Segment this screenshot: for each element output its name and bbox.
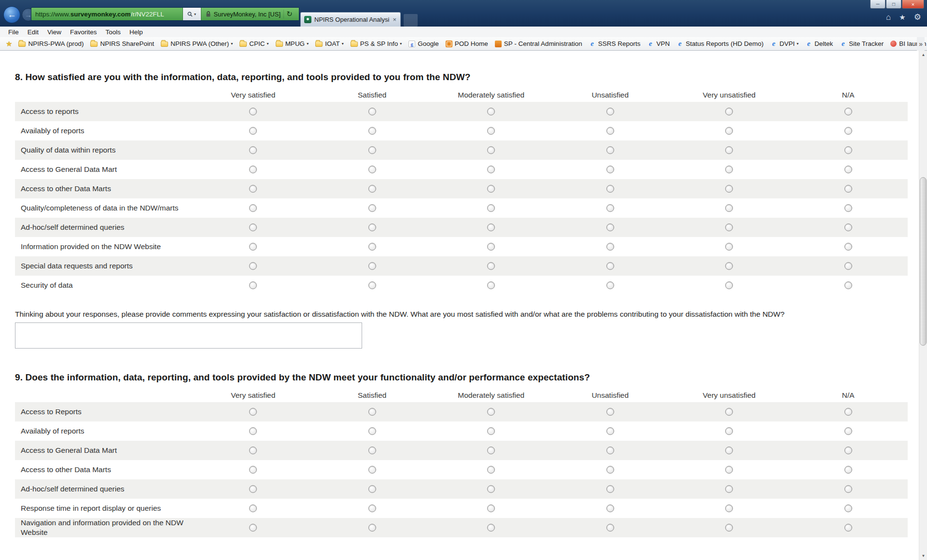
radio-button[interactable] — [725, 108, 733, 115]
menu-edit[interactable]: Edit — [23, 28, 43, 36]
menu-view[interactable]: View — [43, 28, 66, 36]
minimize-button[interactable]: ─ — [870, 0, 885, 9]
scrollbar-thumb[interactable] — [920, 177, 927, 346]
radio-button[interactable] — [368, 281, 376, 289]
radio-button[interactable] — [368, 243, 376, 251]
radio-button[interactable] — [606, 447, 614, 454]
refresh-icon[interactable]: ↻ — [283, 10, 295, 18]
radio-button[interactable] — [844, 185, 852, 193]
radio-button[interactable] — [725, 504, 733, 512]
tab-close-icon[interactable]: × — [392, 16, 397, 23]
radio-button[interactable] — [606, 166, 614, 173]
favorites-item[interactable]: SP - Central Administration — [492, 37, 586, 50]
radio-button[interactable] — [487, 262, 495, 270]
radio-button[interactable] — [487, 166, 495, 173]
radio-button[interactable] — [844, 204, 852, 212]
radio-button[interactable] — [249, 243, 257, 251]
radio-button[interactable] — [606, 504, 614, 512]
maximize-button[interactable]: □ — [886, 0, 901, 9]
radio-button[interactable] — [368, 408, 376, 416]
radio-button[interactable] — [725, 146, 733, 154]
radio-button[interactable] — [725, 524, 733, 532]
home-icon[interactable]: ⌂ — [886, 13, 891, 21]
menu-tools[interactable]: Tools — [101, 28, 126, 36]
radio-button[interactable] — [487, 108, 495, 115]
radio-button[interactable] — [844, 281, 852, 289]
radio-button[interactable] — [487, 427, 495, 435]
radio-button[interactable] — [249, 108, 257, 115]
add-favorite-star-icon[interactable]: ★ — [3, 40, 15, 48]
radio-button[interactable] — [487, 485, 495, 493]
radio-button[interactable] — [368, 524, 376, 532]
radio-button[interactable] — [249, 281, 257, 289]
radio-button[interactable] — [844, 504, 852, 512]
radio-button[interactable] — [368, 146, 376, 154]
radio-button[interactable] — [487, 504, 495, 512]
radio-button[interactable] — [725, 243, 733, 251]
radio-button[interactable] — [606, 224, 614, 231]
radio-button[interactable] — [606, 204, 614, 212]
radio-button[interactable] — [249, 504, 257, 512]
radio-button[interactable] — [368, 166, 376, 173]
radio-button[interactable] — [606, 146, 614, 154]
radio-button[interactable] — [844, 224, 852, 231]
radio-button[interactable] — [487, 281, 495, 289]
radio-button[interactable] — [487, 524, 495, 532]
favorites-item[interactable]: eVPN — [644, 37, 673, 50]
comment-textarea[interactable] — [15, 322, 362, 349]
radio-button[interactable] — [368, 427, 376, 435]
radio-button[interactable] — [606, 427, 614, 435]
radio-button[interactable] — [725, 281, 733, 289]
favorites-item[interactable]: NPIRS-PWA (prod) — [15, 37, 87, 50]
radio-button[interactable] — [844, 146, 852, 154]
radio-button[interactable] — [606, 243, 614, 251]
address-bar[interactable]: https://www.surveymonkey.com/r/NV22FLL ▾… — [31, 7, 299, 21]
radio-button[interactable] — [368, 224, 376, 231]
radio-button[interactable] — [487, 146, 495, 154]
radio-button[interactable] — [487, 243, 495, 251]
radio-button[interactable] — [249, 485, 257, 493]
radio-button[interactable] — [725, 485, 733, 493]
radio-button[interactable] — [368, 204, 376, 212]
radio-button[interactable] — [487, 447, 495, 454]
radio-button[interactable] — [249, 524, 257, 532]
radio-button[interactable] — [844, 466, 852, 474]
radio-button[interactable] — [844, 262, 852, 270]
radio-button[interactable] — [487, 204, 495, 212]
security-badge[interactable]: SurveyMonkey, Inc [US] ↻ — [201, 8, 299, 20]
radio-button[interactable] — [725, 408, 733, 416]
radio-button[interactable] — [487, 224, 495, 231]
back-button[interactable]: ← — [3, 6, 20, 23]
radio-button[interactable] — [368, 504, 376, 512]
radio-button[interactable] — [844, 524, 852, 532]
radio-button[interactable] — [249, 127, 257, 135]
new-tab-button[interactable] — [404, 14, 418, 27]
radio-button[interactable] — [725, 185, 733, 193]
radio-button[interactable] — [725, 427, 733, 435]
vertical-scrollbar[interactable]: ▲ ▼ — [919, 51, 927, 560]
radio-button[interactable] — [725, 224, 733, 231]
radio-button[interactable] — [368, 127, 376, 135]
address-search-button[interactable]: ▾ — [183, 8, 201, 20]
favorites-item[interactable]: PS & SP Info▾ — [347, 37, 406, 50]
radio-button[interactable] — [249, 447, 257, 454]
radio-button[interactable] — [725, 204, 733, 212]
radio-button[interactable] — [725, 127, 733, 135]
radio-button[interactable] — [844, 427, 852, 435]
radio-button[interactable] — [606, 262, 614, 270]
favorites-item[interactable]: NPIRS SharePoint — [87, 37, 157, 50]
radio-button[interactable] — [606, 108, 614, 115]
radio-button[interactable] — [606, 466, 614, 474]
radio-button[interactable] — [368, 466, 376, 474]
radio-button[interactable] — [844, 243, 852, 251]
menu-file[interactable]: File — [4, 28, 23, 36]
radio-button[interactable] — [249, 166, 257, 173]
favorites-item[interactable]: MPUG▾ — [272, 37, 312, 50]
radio-button[interactable] — [249, 427, 257, 435]
radio-button[interactable] — [249, 466, 257, 474]
scroll-down-button[interactable]: ▼ — [919, 552, 927, 560]
favorites-item[interactable]: eDeltek — [802, 37, 836, 50]
radio-button[interactable] — [249, 408, 257, 416]
radio-button[interactable] — [368, 447, 376, 454]
radio-button[interactable] — [487, 466, 495, 474]
